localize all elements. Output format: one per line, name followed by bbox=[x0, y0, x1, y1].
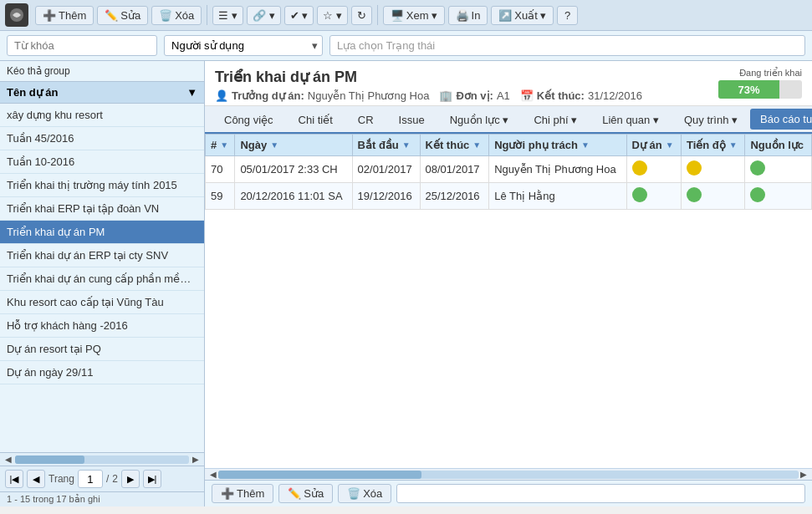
data-table-wrap: # ▼ Ngày ▼ Bắt đầu ▼ Kết thúc ▼ Người ph… bbox=[205, 134, 812, 468]
delete-button[interactable]: 🗑️ Xóa bbox=[151, 6, 202, 25]
tab-cr[interactable]: CR bbox=[345, 106, 386, 134]
print-button[interactable]: 🖨️ In bbox=[448, 6, 488, 25]
filter-start-icon[interactable]: ▼ bbox=[402, 140, 411, 150]
view-label: Xem bbox=[406, 9, 429, 22]
cell-assignee-1: Nguyễn Thị Phương Hoa bbox=[489, 156, 626, 183]
scroll-right-icon[interactable]: ▶ bbox=[191, 455, 201, 464]
h-scroll-left-icon[interactable]: ◀ bbox=[208, 470, 218, 479]
sidebar-group-label: Kéo thả group bbox=[0, 61, 204, 81]
tab-nguonluc[interactable]: Nguồn lực ▾ bbox=[437, 106, 522, 134]
table-row: 59 20/12/2016 11:01 SA 19/12/2016 25/12/… bbox=[206, 183, 812, 210]
data-table: # ▼ Ngày ▼ Bắt đầu ▼ Kết thúc ▼ Người ph… bbox=[205, 134, 812, 210]
cell-start-1: 02/01/2017 bbox=[352, 156, 420, 183]
progress-box: Đang triển khai 73% bbox=[718, 68, 802, 99]
tab-congviec[interactable]: Công việc bbox=[212, 106, 286, 134]
cell-assignee-2: Lê Thị Hằng bbox=[489, 183, 626, 210]
user-select[interactable]: Người sử dụng bbox=[164, 35, 323, 56]
sidebar-item-6[interactable]: Triển khai dự án ERP tại cty SNV bbox=[0, 244, 204, 267]
bottom-delete-label: Xóa bbox=[363, 487, 382, 500]
export-label: Xuất bbox=[514, 9, 538, 22]
tab-quytrinh[interactable]: Quy trình ▾ bbox=[672, 106, 750, 134]
pager-next-button[interactable]: ▶ bbox=[121, 470, 140, 488]
filter-date-icon[interactable]: ▼ bbox=[270, 140, 278, 150]
col-resource: Nguồn lực bbox=[745, 135, 812, 156]
h-scroll-area[interactable]: ◀ ▶ bbox=[205, 468, 812, 480]
edit-icon: ✏️ bbox=[105, 9, 118, 22]
cell-date-2: 20/12/2016 11:01 SA bbox=[235, 183, 352, 210]
menu-button[interactable]: ☰ ▾ bbox=[212, 6, 243, 25]
sidebar-item-5[interactable]: Triển khai dự án PM bbox=[0, 221, 204, 244]
pager-prev-button[interactable]: ◀ bbox=[27, 470, 45, 488]
bottom-plus-icon: ➕ bbox=[221, 487, 234, 500]
bottom-add-button[interactable]: ➕ Thêm bbox=[212, 484, 273, 503]
progress-bar-fill: 73% bbox=[718, 80, 779, 99]
bottom-search-input[interactable] bbox=[396, 484, 805, 503]
sidebar-item-4[interactable]: Triển khai ERP tại tập đoàn VN bbox=[0, 197, 204, 221]
col-assignee: Người phụ trách ▼ bbox=[489, 135, 626, 156]
filter-id-icon[interactable]: ▼ bbox=[220, 140, 228, 150]
sidebar-item-7[interactable]: Triển khai dự án cung cấp phần mềm salon… bbox=[0, 267, 204, 291]
view-button[interactable]: 🖥️ Xem ▾ bbox=[383, 6, 445, 25]
pager-last-button[interactable]: ▶| bbox=[143, 470, 161, 488]
search-bar: Người sử dụng ▾ Lựa chọn Trạng thái bbox=[0, 31, 812, 61]
sidebar-header[interactable]: Tên dự án ▼ bbox=[0, 81, 204, 104]
bottom-delete-button[interactable]: 🗑️ Xóa bbox=[338, 484, 391, 503]
user-select-wrap: Người sử dụng ▾ bbox=[164, 35, 323, 56]
person-icon: 👤 bbox=[215, 89, 228, 102]
content-area: Triển khai dự án PM 👤 Trưởng dự án: Nguy… bbox=[205, 61, 812, 506]
dot-resource-1 bbox=[750, 160, 765, 176]
add-button[interactable]: ➕ Thêm bbox=[35, 6, 94, 25]
cell-end-1: 08/01/2017 bbox=[420, 156, 489, 183]
dot-progress-1 bbox=[687, 160, 702, 176]
status-select-placeholder[interactable]: Lựa chọn Trạng thái bbox=[329, 35, 805, 56]
h-scroll-right-icon[interactable]: ▶ bbox=[799, 470, 809, 479]
tab-chitiet[interactable]: Chi tiết bbox=[286, 106, 345, 134]
end-label: Kết thúc: bbox=[537, 89, 585, 102]
tab-lienquan[interactable]: Liên quan ▾ bbox=[590, 106, 672, 134]
bottom-edit-button[interactable]: ✏️ Sửa bbox=[278, 484, 333, 503]
sidebar: Kéo thả group Tên dự án ▼ xây dựng khu r… bbox=[0, 61, 205, 506]
keyword-input[interactable] bbox=[7, 35, 157, 56]
export-icon: ↗️ bbox=[498, 9, 512, 22]
sidebar-item-11[interactable]: Dự án ngày 29/11 bbox=[0, 361, 204, 384]
tab-baocaotuan[interactable]: Báo cáo tuần (2) ▾ bbox=[750, 109, 812, 130]
pager-page-input[interactable] bbox=[78, 470, 103, 488]
sidebar-count: 1 - 15 trong 17 bản ghi bbox=[0, 491, 204, 506]
tab-chiphi[interactable]: Chi phí ▾ bbox=[521, 106, 590, 134]
cell-id-1: 70 bbox=[206, 156, 235, 183]
export-button[interactable]: ↗️ Xuất ▾ bbox=[491, 6, 554, 25]
filter-progress-icon[interactable]: ▼ bbox=[729, 140, 738, 150]
sidebar-item-1[interactable]: Tuần 45/2016 bbox=[0, 127, 204, 150]
sidebar-item-0[interactable]: xây dựng khu resort bbox=[0, 104, 204, 127]
sidebar-item-9[interactable]: Hỗ trợ khách hàng -2016 bbox=[0, 314, 204, 338]
filter-end-icon[interactable]: ▼ bbox=[472, 140, 481, 150]
sidebar-item-10[interactable]: Dự án resort tại PQ bbox=[0, 338, 204, 361]
end-info: 📅 Kết thúc: 31/12/2016 bbox=[520, 89, 642, 102]
tab-issue[interactable]: Issue bbox=[386, 106, 437, 134]
scroll-left-icon[interactable]: ◀ bbox=[3, 455, 13, 464]
end-date: 31/12/2016 bbox=[588, 89, 642, 102]
sidebar-item-3[interactable]: Triển khai thị trường máy tính 2015 bbox=[0, 174, 204, 197]
progress-percent: 73% bbox=[738, 84, 759, 96]
help-button[interactable]: ? bbox=[557, 6, 578, 25]
sidebar-item-2[interactable]: Tuần 10-2016 bbox=[0, 150, 204, 174]
dot-progress-2 bbox=[687, 187, 702, 202]
approve-button[interactable]: ✔ ▾ bbox=[284, 6, 314, 25]
pager-first-button[interactable]: |◀ bbox=[5, 470, 23, 488]
sep2 bbox=[377, 5, 378, 25]
star-button[interactable]: ☆ ▾ bbox=[317, 6, 348, 25]
h-scrollbar[interactable] bbox=[218, 471, 799, 479]
sidebar-item-8[interactable]: Khu resort cao cấp tại Vũng Tàu bbox=[0, 291, 204, 314]
sidebar-scrollbar[interactable] bbox=[15, 455, 189, 464]
link-button[interactable]: 🔗 ▾ bbox=[247, 6, 281, 25]
filter-project-icon[interactable]: ▼ bbox=[666, 140, 674, 150]
filter-assignee-icon[interactable]: ▼ bbox=[581, 140, 590, 150]
unit-icon: 🏢 bbox=[439, 89, 452, 102]
bottom-toolbar: ➕ Thêm ✏️ Sửa 🗑️ Xóa bbox=[205, 480, 812, 506]
sidebar-list: xây dựng khu resort Tuần 45/2016 Tuần 10… bbox=[0, 104, 204, 452]
sidebar-scroll-area[interactable]: ◀ ▶ bbox=[0, 452, 204, 466]
refresh-button[interactable]: ↻ bbox=[351, 6, 372, 25]
dot-resource-2 bbox=[750, 187, 765, 202]
edit-button[interactable]: ✏️ Sửa bbox=[97, 6, 148, 25]
tab-bar: Công việc Chi tiết CR Issue Nguồn lực ▾ … bbox=[205, 106, 812, 134]
